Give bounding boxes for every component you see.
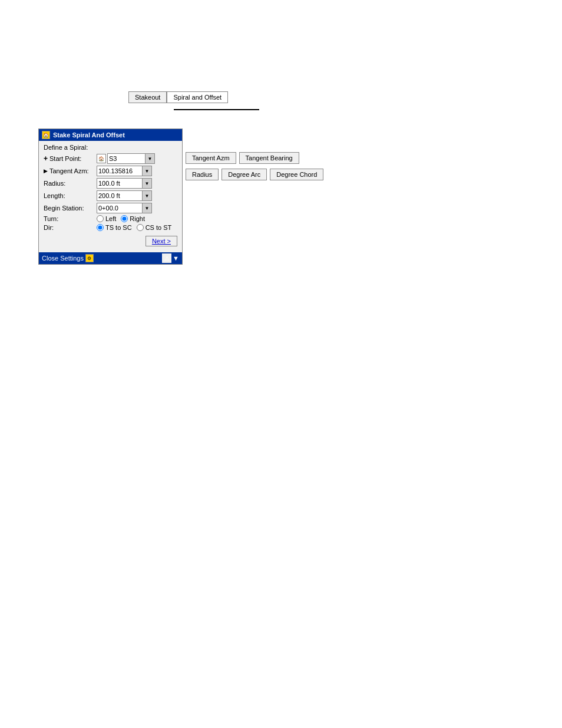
dir-cs-st-option[interactable]: CS to ST [137,224,172,231]
turn-row: Turn: Left Right [44,215,177,222]
start-point-input-group: 🏠 ▼ [97,153,177,164]
tab-underline [174,109,259,110]
begin-station-dropdown[interactable]: ▼ [143,203,152,213]
begin-station-label: Begin Station: [44,205,97,212]
dir-ts-sc-option[interactable]: TS to SC [97,224,132,231]
start-point-label: + Start Point: [44,154,97,163]
length-input-group: ▼ [97,190,177,201]
dialog-title-bar: 🏠 Stake Spiral And Offset [39,129,182,141]
tangent-button-row: Tangent Azm Tangent Bearing [186,152,323,164]
top-tabs: Stakeout Spiral and Offset [128,91,228,103]
dir-label: Dir: [44,224,97,231]
radius-input[interactable] [97,178,143,189]
tangent-azm-label: ▶ Tangent Azm: [44,167,97,174]
radius-input-group: ▼ [97,178,177,189]
footer-arrow: ▼ [173,255,179,262]
length-input[interactable] [97,190,143,201]
turn-label: Turn: [44,215,97,222]
plus-icon: + [44,154,48,163]
alert-icon: ⚠ [162,253,171,263]
settings-icon[interactable]: ⚙ [85,254,94,262]
start-point-input[interactable] [107,153,146,164]
start-point-dropdown[interactable]: ▼ [146,153,155,164]
radius-button[interactable]: Radius [186,169,219,180]
turn-right-option[interactable]: Right [121,215,145,222]
dir-cs-st-label: CS to ST [146,224,172,231]
length-dropdown[interactable]: ▼ [143,190,152,201]
start-point-row: + Start Point: 🏠 ▼ [44,153,177,164]
title-icon: 🏠 [42,131,50,139]
degree-chord-button[interactable]: Degree Chord [270,169,323,180]
stakeout-tab[interactable]: Stakeout [128,91,167,103]
turn-left-label: Left [105,215,116,222]
next-row: Next > [44,236,177,246]
radius-row: Radius: ▼ [44,178,177,189]
length-row: Length: ▼ [44,190,177,201]
dir-ts-sc-label: TS to SC [105,224,132,231]
begin-station-row: Begin Station: ▼ [44,203,177,213]
degree-button-row: Radius Degree Arc Degree Chord [186,169,323,180]
radius-dropdown[interactable]: ▼ [143,178,152,189]
tangent-azm-row: ▶ Tangent Azm: ▼ [44,166,177,176]
close-settings[interactable]: Close Settings ⚙ [42,254,94,262]
begin-station-input-group: ▼ [97,203,177,213]
turn-right-label: Right [130,215,145,222]
turn-radio-group: Left Right [97,215,145,222]
point-icon-box[interactable]: 🏠 [97,154,106,163]
tangent-azm-input-group: ▼ [97,166,177,176]
turn-right-radio[interactable] [121,215,128,222]
section-label: Define a Spiral: [44,144,177,151]
next-button[interactable]: Next > [146,236,177,246]
dialog-panel: 🏠 Stake Spiral And Offset Define a Spira… [38,129,183,265]
dialog-footer: Close Settings ⚙ ⚠ ▼ [39,252,182,264]
right-panel: Tangent Azm Tangent Bearing Radius Degre… [186,152,323,185]
dialog-body: Define a Spiral: + Start Point: 🏠 ▼ ▶ Ta… [39,141,182,252]
dir-radio-group: TS to SC CS to ST [97,224,171,231]
dir-ts-sc-radio[interactable] [97,224,104,231]
tangent-azm-input[interactable] [97,166,143,176]
dialog-title: Stake Spiral And Offset [53,131,125,139]
length-label: Length: [44,192,97,199]
dir-cs-st-radio[interactable] [137,224,144,231]
arrow-icon: ▶ [44,168,48,174]
tangent-bearing-button[interactable]: Tangent Bearing [239,152,299,164]
close-settings-label: Close Settings [42,255,84,262]
begin-station-input[interactable] [97,203,143,213]
spiral-offset-tab[interactable]: Spiral and Offset [167,91,228,103]
radius-label: Radius: [44,180,97,187]
dir-row: Dir: TS to SC CS to ST [44,224,177,231]
turn-left-option[interactable]: Left [97,215,116,222]
degree-arc-button[interactable]: Degree Arc [222,169,267,180]
footer-right: ⚠ ▼ [162,253,179,263]
turn-left-radio[interactable] [97,215,104,222]
tangent-azm-button[interactable]: Tangent Azm [186,152,236,164]
tangent-azm-dropdown[interactable]: ▼ [143,166,152,176]
